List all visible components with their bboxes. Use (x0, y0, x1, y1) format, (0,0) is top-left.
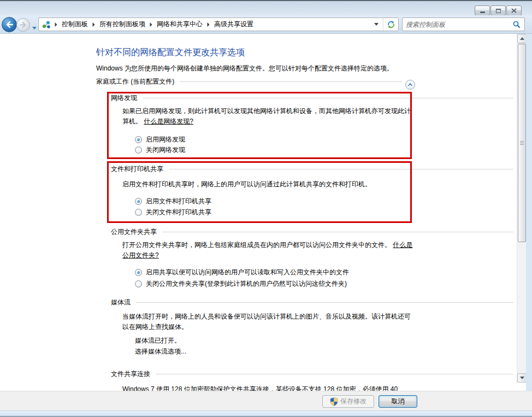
file-printer-sharing-description-text: 启用文件和打印机共享时，网络上的用户可以访问通过此计算机共享的文件和打印机。 (122, 180, 371, 188)
radio-button[interactable] (135, 280, 142, 287)
public-folder-sharing-description-text: 打开公用文件夹共享时，网络上包括家庭组成员在内的用户都可以访问公用文件夹中的文件… (122, 241, 391, 249)
network-discovery-title: 网络发现 (111, 93, 137, 103)
media-streaming-description-text: 当媒体流打开时，网络上的人员和设备便可以访问该计算机上的图片、音乐以及视频。该计… (122, 313, 411, 331)
breadcrumb-advanced-sharing[interactable]: 高级共享设置 (214, 19, 254, 30)
breadcrumb-separator-icon (55, 22, 57, 27)
minimize-button[interactable] (475, 5, 490, 16)
save-changes-button[interactable]: 保存修改 (322, 395, 374, 408)
public-folder-sharing-header: 公用文件夹共享 (111, 227, 513, 237)
radio-disable-file-printer-sharing[interactable]: 关闭文件和打印机共享 (135, 208, 211, 216)
file-printer-sharing-description: 启用文件和打印机共享时，网络上的用户可以访问通过此计算机共享的文件和打印机。 (122, 179, 413, 190)
radio-button-selected[interactable] (135, 269, 142, 276)
forward-button[interactable] (16, 18, 30, 32)
scrollbar-thumb[interactable] (518, 44, 526, 242)
file-printer-sharing-header: 文件和打印机共享 (111, 165, 513, 174)
what-is-network-discovery-link[interactable]: 什么是网络发现? (144, 118, 193, 125)
network-discovery-header: 网络发现 (111, 93, 513, 103)
media-streaming-header: 媒体流 (111, 298, 513, 307)
radio-disable-network-discovery[interactable]: 关闭网络发现 (135, 145, 185, 154)
refresh-button[interactable] (383, 18, 398, 31)
divider-line (143, 98, 513, 98)
divider-line (136, 302, 513, 303)
navigation-bar: 控制面板 所有控制面板项 网络和共享中心 高级共享设置 (0, 15, 532, 34)
collapse-profile-button[interactable] (405, 80, 415, 90)
page-title: 针对不同的网络配置文件更改共享选项 (96, 47, 245, 58)
breadcrumb-control-panel[interactable]: 控制面板 (61, 19, 88, 30)
breadcrumb-separator-icon (150, 22, 152, 27)
radio-label[interactable]: 关闭网络发现 (146, 145, 185, 155)
file-sharing-connections-title: 文件共享连接 (111, 369, 150, 379)
restore-icon (496, 9, 501, 13)
triangle-down-icon (520, 377, 524, 379)
file-sharing-connections-header: 文件共享连接 (111, 369, 513, 379)
chevron-down-icon (374, 23, 379, 26)
refresh-icon (387, 21, 395, 28)
choose-media-streaming-options-link[interactable]: 选择媒体流选项... (135, 347, 186, 356)
radio-enable-file-printer-sharing[interactable]: 启用文件和打印机共享 (135, 197, 211, 205)
divider-line (169, 169, 513, 169)
search-button[interactable] (509, 21, 524, 28)
close-icon (511, 8, 517, 13)
profile-label: 家庭或工作 (当前配置文件) (96, 77, 174, 86)
radio-label[interactable]: 关闭文件和打印机共享 (146, 208, 211, 217)
settings-content: 针对不同的网络配置文件更改共享选项 Windows 为您所使用的每个网络创建单独… (0, 34, 532, 391)
cancel-button[interactable]: 取消 (379, 395, 417, 408)
scrollbar-down-button[interactable] (517, 373, 527, 383)
chevron-up-icon (407, 81, 413, 88)
media-streaming-description: 当媒体流打开时，网络上的人员和设备便可以访问该计算机上的图片、音乐以及视频。该计… (122, 312, 413, 332)
breadcrumb-separator-icon (207, 22, 210, 27)
uac-shield-icon (330, 397, 338, 406)
file-sharing-connections-description: Windows 7 使用 128 位加密帮助保护文件共享连接，某些设备不支持 1… (122, 384, 413, 391)
radio-label[interactable]: 启用网络发现 (146, 135, 185, 144)
window-frame-bottom (0, 410, 532, 417)
title-bar[interactable] (0, 0, 532, 15)
scrollbar-up-button[interactable] (517, 34, 527, 43)
radio-label[interactable]: 启用文件和打印机共享 (146, 197, 211, 206)
advanced-sharing-settings-window: 控制面板 所有控制面板项 网络和共享中心 高级共享设置 (0, 0, 532, 417)
recent-pages-dropdown[interactable] (32, 22, 37, 32)
address-bar[interactable]: 控制面板 所有控制面板项 网络和共享中心 高级共享设置 (38, 17, 399, 31)
breadcrumb-network-sharing-center[interactable]: 网络和共享中心 (156, 19, 203, 30)
radio-button-selected[interactable] (135, 198, 142, 205)
radio-enable-public-folder-sharing[interactable]: 启用共享以便可以访问网络的用户可以读取和写入公用文件夹中的文件 (135, 268, 349, 277)
public-folder-sharing-description: 打开公用文件夹共享时，网络上包括家庭组成员在内的用户都可以访问公用文件夹中的文件… (122, 240, 413, 261)
breadcrumb-all-items[interactable]: 所有控制面板项 (99, 19, 146, 30)
radio-label[interactable]: 启用共享以便可以访问网络的用户可以读取和写入公用文件夹中的文件 (146, 268, 349, 277)
media-streaming-status: 媒体流已打开。 (135, 336, 181, 345)
forward-arrow-icon (20, 22, 27, 28)
radio-label[interactable]: 关闭公用文件夹共享(登录到此计算机的用户仍然可以访问这些文件夹) (146, 279, 347, 289)
search-icon (513, 21, 521, 28)
search-input[interactable] (403, 21, 509, 28)
chevron-down-icon (32, 27, 37, 30)
profile-section-header: 家庭或工作 (当前配置文件) (96, 77, 402, 86)
radio-button[interactable] (135, 209, 142, 216)
minimize-icon (480, 11, 485, 13)
cancel-label: 取消 (392, 397, 405, 406)
page-subtitle: Windows 为您所使用的每个网络创建单独的网络配置文件。您可以针对每个配置文… (96, 64, 393, 73)
footer-command-bar: 保存修改 取消 (0, 391, 532, 410)
close-button[interactable] (506, 5, 522, 16)
triangle-up-icon (520, 37, 524, 40)
media-streaming-title: 媒体流 (111, 298, 131, 307)
divider-line (180, 81, 402, 82)
search-box[interactable] (402, 17, 525, 31)
radio-button-selected[interactable] (135, 136, 142, 143)
address-dropdown-button[interactable] (370, 23, 383, 26)
radio-disable-public-folder-sharing[interactable]: 关闭公用文件夹共享(登录到此计算机的用户仍然可以访问这些文件夹) (135, 279, 347, 288)
restore-button[interactable] (490, 5, 506, 16)
breadcrumb-separator-icon (92, 22, 95, 27)
window-frame-right (526, 34, 532, 391)
radio-enable-network-discovery[interactable]: 启用网络发现 (135, 135, 185, 144)
divider-line (162, 232, 513, 232)
back-arrow-icon (5, 21, 13, 28)
file-printer-sharing-title: 文件和打印机共享 (111, 165, 163, 174)
radio-button[interactable] (135, 146, 142, 154)
save-changes-label: 保存修改 (340, 397, 367, 406)
public-folder-sharing-title: 公用文件夹共享 (111, 227, 157, 237)
back-button[interactable] (2, 17, 17, 32)
divider-line (156, 374, 513, 374)
vertical-scrollbar[interactable] (517, 34, 526, 383)
network-discovery-description: 如果已启用网络发现，则此计算机可以发现其他网络计算机和设备，而其他网络计算机亦可… (122, 106, 413, 127)
network-icon (42, 20, 51, 29)
